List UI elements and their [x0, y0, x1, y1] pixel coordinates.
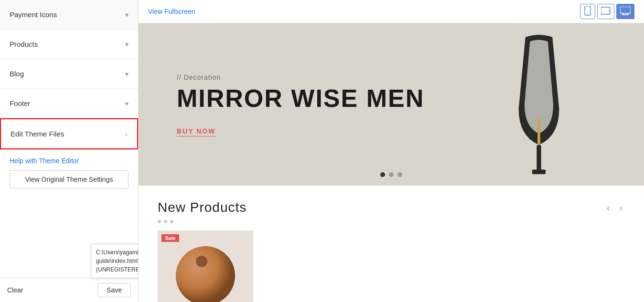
products-dot-1 [158, 220, 161, 223]
hero-section: // Decoration MIRROR WISE MEN BUY NOW [139, 23, 644, 186]
mobile-device-button[interactable] [580, 4, 595, 19]
hero-text-area: // Decoration MIRROR WISE MEN BUY NOW [139, 73, 424, 135]
products-next-arrow[interactable]: › [617, 202, 625, 213]
hero-buy-now-button[interactable]: BUY NOW [177, 127, 215, 136]
save-button[interactable]: Save [97, 283, 131, 297]
svg-rect-4 [620, 7, 631, 13]
chevron-down-icon-products: ▾ [125, 41, 129, 48]
sale-badge: Sale [161, 234, 179, 242]
chevron-right-icon-edit-theme: › [125, 130, 128, 138]
app-layout: Payment Icons ▾ Products ▾ Blog ▾ Footer… [0, 0, 644, 302]
svg-rect-8 [537, 118, 540, 145]
top-bar: View Fullscreen [139, 0, 644, 23]
sidebar-item-label-footer: Footer [10, 99, 30, 107]
products-dot-3 [170, 220, 173, 223]
chevron-down-icon-blog: ▾ [125, 70, 129, 78]
sidebar-bottom-bar: Clear Save C:\Users\yagami\Desktop\cool-… [0, 278, 138, 302]
sidebar-item-blog[interactable]: Blog ▾ [0, 59, 138, 89]
clear-button[interactable]: Clear [7, 286, 23, 294]
view-original-theme-settings-button[interactable]: View Original Theme Settings [10, 170, 129, 188]
products-dots-row [158, 220, 625, 223]
products-nav-arrows: ‹ › [604, 202, 625, 213]
product-sphere-image [167, 235, 244, 302]
svg-rect-10 [532, 169, 546, 174]
carousel-dot-3[interactable] [397, 172, 402, 177]
tooltip-box: C:\Users\yagami\Desktop\cool-stuff\ap-co… [91, 244, 139, 278]
carousel-dots [380, 172, 402, 177]
tooltip-text: C:\Users\yagami\Desktop\cool-stuff\ap-co… [96, 249, 139, 273]
products-row: Sale [158, 230, 625, 302]
sidebar-item-label-payment-icons: Payment Icons [10, 10, 57, 19]
mobile-icon [584, 6, 591, 16]
svg-point-12 [196, 256, 207, 267]
new-products-section: New Products ‹ › Sale [139, 186, 644, 302]
edit-theme-files-row[interactable]: Edit Theme Files › [0, 118, 138, 149]
sidebar: Payment Icons ▾ Products ▾ Blog ▾ Footer… [0, 0, 139, 302]
help-theme-editor-link[interactable]: Help with Theme Editor [10, 157, 129, 165]
carousel-dot-2[interactable] [389, 172, 394, 177]
desktop-device-button[interactable] [616, 4, 634, 19]
svg-point-3 [609, 10, 610, 11]
sidebar-item-products[interactable]: Products ▾ [0, 30, 138, 59]
section-header: New Products ‹ › [158, 200, 625, 215]
preview-area[interactable]: // Decoration MIRROR WISE MEN BUY NOW [139, 23, 644, 302]
hero-image-area [391, 23, 644, 186]
view-fullscreen-link[interactable]: View Fullscreen [148, 8, 195, 15]
carousel-dot-1[interactable] [380, 172, 385, 177]
sidebar-item-label-blog: Blog [10, 70, 24, 78]
chevron-down-icon-payment-icons: ▾ [125, 11, 129, 19]
chevron-down-icon-footer: ▾ [125, 100, 129, 107]
svg-rect-9 [537, 145, 541, 172]
hero-subtitle: // Decoration [177, 73, 424, 81]
hero-title: MIRROR WISE MEN [177, 85, 424, 112]
sidebar-item-label-products: Products [10, 40, 38, 48]
sidebar-item-footer[interactable]: Footer ▾ [0, 89, 138, 118]
svg-point-1 [587, 13, 588, 14]
edit-theme-files-label: Edit Theme Files [11, 130, 64, 138]
product-card-1[interactable]: Sale [158, 230, 253, 302]
desktop-icon [620, 7, 631, 15]
sidebar-footer-area: Help with Theme Editor View Original The… [0, 149, 138, 196]
tablet-icon [601, 7, 611, 15]
products-prev-arrow[interactable]: ‹ [604, 202, 612, 213]
tablet-device-button[interactable] [597, 4, 614, 19]
sidebar-item-payment-icons[interactable]: Payment Icons ▾ [0, 0, 138, 30]
sidebar-scroll-area[interactable]: Payment Icons ▾ Products ▾ Blog ▾ Footer… [0, 0, 138, 278]
products-dot-2 [164, 220, 167, 223]
mirror-decoration-image [491, 28, 587, 181]
main-content: View Fullscreen [139, 0, 644, 302]
new-products-title: New Products [158, 200, 247, 215]
svg-point-11 [176, 246, 235, 302]
device-icons-group [580, 4, 634, 19]
